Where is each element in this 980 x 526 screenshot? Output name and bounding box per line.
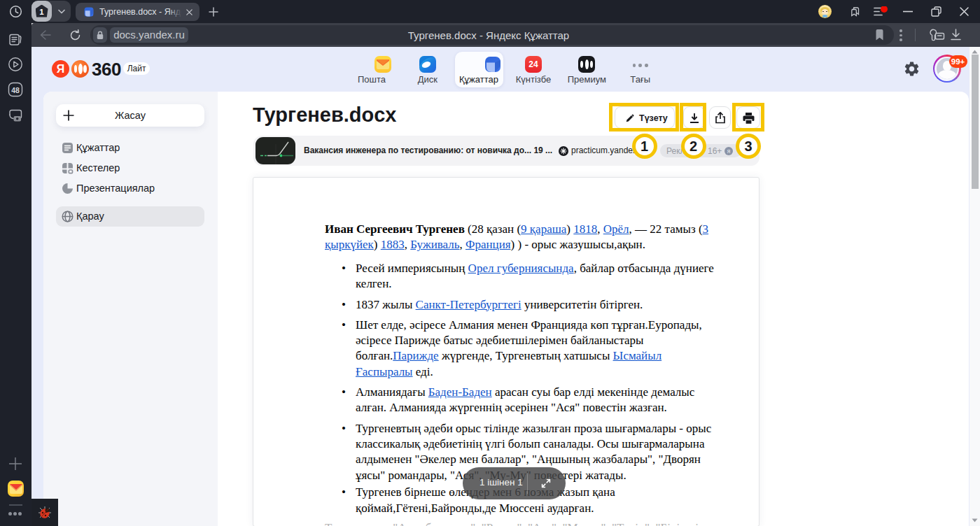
svg-text:48: 48	[11, 86, 20, 94]
